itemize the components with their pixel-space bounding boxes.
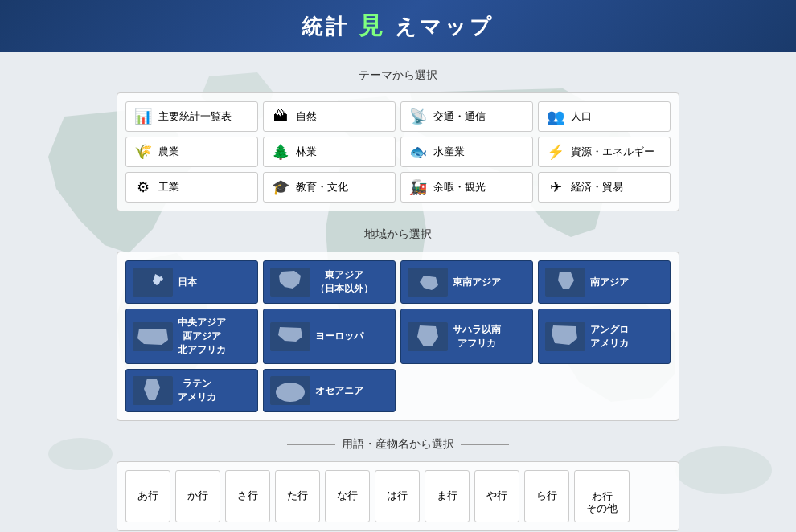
theme-btn-industry[interactable]: ⚙ 工業 xyxy=(125,172,258,203)
glossary-btn-ya[interactable]: や行 xyxy=(474,470,519,522)
svg-point-0 xyxy=(675,446,772,494)
region-grid: 日本 東アジア （日本以外） xyxy=(117,252,679,421)
region-btn-oceania[interactable]: オセアニア xyxy=(263,369,396,412)
theme-btn-population-label: 人口 xyxy=(571,109,592,124)
theme-btn-forestry-label: 林業 xyxy=(296,145,317,159)
glossary-btn-a[interactable]: あ行 xyxy=(125,470,170,522)
theme-header: テーマから選択 xyxy=(117,68,679,83)
region-btn-east-asia[interactable]: 東アジア （日本以外） xyxy=(263,260,396,304)
theme-btn-energy[interactable]: ⚡ 資源・エネルギー xyxy=(538,137,671,167)
theme-btn-transport[interactable]: 📡 交通・通信 xyxy=(400,101,533,132)
glossary-btn-ka[interactable]: か行 xyxy=(175,470,220,522)
forestry-icon: 🌲 xyxy=(272,143,289,161)
glossary-btn-ha-label: は行 xyxy=(387,489,408,501)
glossary-btn-na-label: な行 xyxy=(337,489,358,501)
glossary-btn-ha[interactable]: は行 xyxy=(375,470,420,522)
population-icon: 👥 xyxy=(547,108,564,125)
glossary-header-label: 用語・産物名から選択 xyxy=(342,437,454,452)
glossary-btn-sa[interactable]: さ行 xyxy=(225,470,270,522)
region-btn-japan-label: 日本 xyxy=(178,276,197,289)
region-section: 地域から選択 日本 xyxy=(117,227,679,421)
theme-btn-energy-label: 資源・エネルギー xyxy=(571,145,654,159)
theme-btn-economy-label: 経済・貿易 xyxy=(571,180,623,194)
theme-btn-statistics-list-label: 主要統計一覧表 xyxy=(158,109,232,124)
glossary-btn-ta[interactable]: た行 xyxy=(275,470,320,522)
leisure-icon: 🚂 xyxy=(409,178,427,196)
region-btn-japan[interactable]: 日本 xyxy=(125,260,258,304)
central-asia-map-thumb xyxy=(133,322,173,351)
theme-btn-economy[interactable]: ✈ 経済・貿易 xyxy=(538,172,671,203)
region-btn-latin-america[interactable]: ラテン アメリカ xyxy=(125,369,258,412)
theme-btn-population[interactable]: 👥 人口 xyxy=(538,101,671,132)
glossary-btn-wa-label: わ行 その他 xyxy=(586,490,618,515)
region-btn-east-asia-label: 東アジア （日本以外） xyxy=(315,268,373,296)
title-part1: 統計 xyxy=(302,14,350,39)
glossary-btn-ra[interactable]: ら行 xyxy=(524,470,569,522)
region-btn-sub-saharan-africa[interactable]: サハラ以南 アフリカ xyxy=(400,309,533,364)
region-btn-southeast-asia[interactable]: 東南アジア xyxy=(400,260,533,304)
fishery-icon: 🐟 xyxy=(409,143,427,161)
southeast-asia-map-thumb xyxy=(408,268,448,297)
glossary-btn-sa-label: さ行 xyxy=(237,489,258,501)
transport-icon: 📡 xyxy=(409,108,427,125)
nature-icon: 🏔 xyxy=(272,108,289,125)
glossary-btn-wa[interactable]: わ行 その他 xyxy=(574,470,630,522)
glossary-btn-ma[interactable]: ま行 xyxy=(425,470,470,522)
theme-btn-forestry[interactable]: 🌲 林業 xyxy=(263,137,396,167)
south-asia-map-thumb xyxy=(545,268,585,297)
region-btn-southeast-asia-label: 東南アジア xyxy=(453,276,501,289)
page-title: 統計 見 えマップ xyxy=(0,10,796,43)
content-wrapper: テーマから選択 📊 主要統計一覧表 🏔 自然 📡 交通・通信 👥 人口 xyxy=(117,68,679,532)
agriculture-icon: 🌾 xyxy=(134,143,152,161)
theme-btn-agriculture-label: 農業 xyxy=(158,145,179,159)
japan-map-thumb xyxy=(133,268,173,297)
theme-btn-fishery-label: 水産業 xyxy=(433,145,465,159)
glossary-btn-a-label: あ行 xyxy=(137,489,158,501)
theme-section: テーマから選択 📊 主要統計一覧表 🏔 自然 📡 交通・通信 👥 人口 xyxy=(117,68,679,211)
title-highlight: 見 xyxy=(359,12,386,39)
latin-america-map-thumb xyxy=(133,376,173,405)
sub-saharan-africa-map-thumb xyxy=(408,322,448,351)
region-btn-central-asia[interactable]: 中央アジア 西アジア 北アフリカ xyxy=(125,309,258,364)
region-btn-central-asia-label: 中央アジア 西アジア 北アフリカ xyxy=(178,316,226,357)
statistics-list-icon: 📊 xyxy=(134,108,152,125)
east-asia-map-thumb xyxy=(270,268,310,297)
region-btn-south-asia[interactable]: 南アジア xyxy=(538,260,671,304)
region-btn-europe-label: ヨーロッパ xyxy=(315,329,363,343)
theme-btn-industry-label: 工業 xyxy=(158,180,179,194)
education-icon: 🎓 xyxy=(272,178,289,196)
glossary-btn-ta-label: た行 xyxy=(287,489,308,501)
energy-icon: ⚡ xyxy=(547,143,564,161)
svg-point-1 xyxy=(48,438,113,470)
glossary-btn-na[interactable]: な行 xyxy=(325,470,370,522)
theme-btn-leisure[interactable]: 🚂 余暇・観光 xyxy=(400,172,533,203)
region-btn-anglo-america[interactable]: アングロ アメリカ xyxy=(538,309,671,364)
theme-btn-fishery[interactable]: 🐟 水産業 xyxy=(400,137,533,167)
theme-btn-transport-label: 交通・通信 xyxy=(433,109,486,124)
glossary-btn-ya-label: や行 xyxy=(486,489,507,501)
theme-grid: 📊 主要統計一覧表 🏔 自然 📡 交通・通信 👥 人口 🌾 農業 xyxy=(117,92,679,211)
svg-rect-2 xyxy=(133,268,173,297)
main-content: テーマから選択 📊 主要統計一覧表 🏔 自然 📡 交通・通信 👥 人口 xyxy=(0,52,796,532)
region-btn-europe[interactable]: ヨーロッパ xyxy=(263,309,396,364)
glossary-grid: あ行 か行 さ行 た行 な行 は行 ま行 xyxy=(117,461,679,531)
europe-map-thumb xyxy=(270,322,310,351)
glossary-btn-ra-label: ら行 xyxy=(536,489,557,501)
theme-btn-nature[interactable]: 🏔 自然 xyxy=(263,101,396,132)
anglo-america-map-thumb xyxy=(545,322,585,351)
page-header: 統計 見 えマップ xyxy=(0,0,796,52)
theme-btn-agriculture[interactable]: 🌾 農業 xyxy=(125,137,258,167)
svg-point-12 xyxy=(276,383,305,402)
glossary-section: 用語・産物名から選択 あ行 か行 さ行 た行 な行 は xyxy=(117,437,679,531)
economy-icon: ✈ xyxy=(547,178,564,196)
glossary-btn-ma-label: ま行 xyxy=(437,489,457,501)
oceania-map-thumb xyxy=(270,376,310,405)
industry-icon: ⚙ xyxy=(134,178,152,196)
theme-btn-leisure-label: 余暇・観光 xyxy=(433,180,486,194)
theme-btn-statistics-list[interactable]: 📊 主要統計一覧表 xyxy=(125,101,258,132)
glossary-btn-ka-label: か行 xyxy=(187,489,208,501)
region-btn-oceania-label: オセアニア xyxy=(315,384,363,398)
theme-btn-education[interactable]: 🎓 教育・文化 xyxy=(263,172,396,203)
region-header: 地域から選択 xyxy=(117,227,679,242)
theme-btn-education-label: 教育・文化 xyxy=(296,180,348,194)
